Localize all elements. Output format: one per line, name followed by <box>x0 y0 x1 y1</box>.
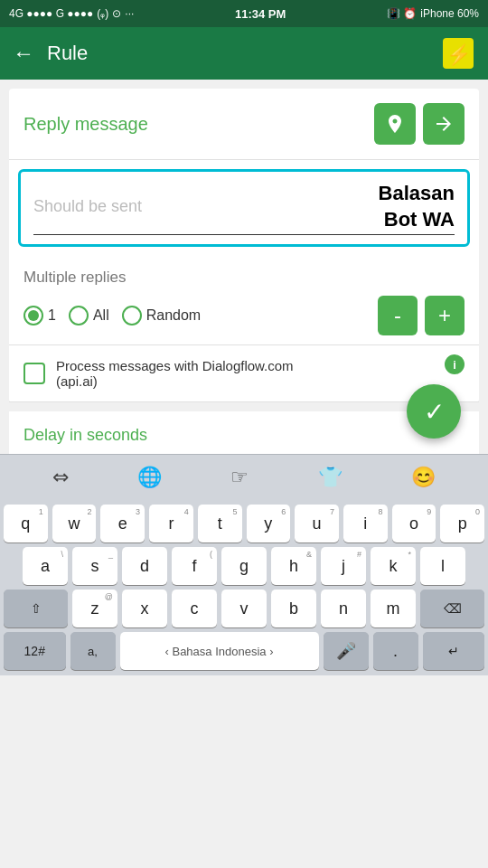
key-s[interactable]: _s <box>72 547 117 585</box>
radio-option-random[interactable]: Random <box>122 306 201 326</box>
key-e[interactable]: 3e <box>100 505 145 542</box>
radio-option-all[interactable]: All <box>69 306 109 326</box>
menu-dots: ··· <box>125 7 134 20</box>
radio-option-1[interactable]: 1 <box>23 306 56 326</box>
key-i[interactable]: 8i <box>343 505 388 542</box>
shift-key[interactable]: ⇧ <box>4 590 68 627</box>
decrement-button[interactable]: - <box>378 296 418 335</box>
key-z[interactable]: @z <box>72 590 117 627</box>
key-q[interactable]: 1q <box>4 505 48 542</box>
keyboard-row-1: 1q 2w 3e 4r 5t 6y 7u 8i 9o 0p <box>4 505 484 542</box>
cursor-icon[interactable]: ⇔ <box>52 466 69 489</box>
key-y[interactable]: 6y <box>247 505 291 542</box>
emoji-icon[interactable]: 😊 <box>411 466 436 489</box>
keyboard-row-bottom: 12# a, ‹ Bahasa Indonesia › 🎤 . ↵ <box>4 632 484 670</box>
multiple-replies-section: Multiple replies 1 All Random - <box>9 256 479 345</box>
radio-outer-1 <box>23 306 43 326</box>
spacebar-key[interactable]: ‹ Bahasa Indonesia › <box>120 632 319 670</box>
reply-message-label: Reply message <box>23 114 148 135</box>
right-icons: 📳 ⏰ <box>387 7 417 20</box>
battery-label: iPhone 60% <box>420 7 479 20</box>
main-card: Reply message Should be sent Balasan Bot… <box>9 89 479 402</box>
radio-outer-random <box>122 306 142 326</box>
radio-inner-1 <box>28 310 39 321</box>
page-title: Rule <box>47 42 428 65</box>
content-wrapper: ✓ Delay in seconds <box>9 411 479 454</box>
key-f[interactable]: (f <box>172 547 217 585</box>
dialogflow-text: Process messages with Dialogflow.com (ap… <box>56 358 465 389</box>
key-w[interactable]: 2w <box>52 505 97 542</box>
delay-label: Delay in seconds <box>23 426 147 444</box>
return-key[interactable]: ↵ <box>423 632 485 670</box>
dialogflow-section: Process messages with Dialogflow.com (ap… <box>9 345 479 402</box>
key-l[interactable]: l <box>420 547 465 585</box>
input-value: Balasan Bot WA <box>379 181 455 232</box>
status-bar: 4G ●●●● G ●●●● (ᵩ) ⊙ ··· 11:34 PM 📳 ⏰ iP… <box>0 0 488 27</box>
radio-label-random: Random <box>146 307 201 324</box>
back-button[interactable]: ← <box>13 41 34 66</box>
network-signal: 4G ●●●● G ●●●● <box>9 7 93 20</box>
comma-key[interactable]: a, <box>70 632 116 670</box>
input-section[interactable]: Should be sent Balasan Bot WA <box>18 169 470 247</box>
svg-text:⚡: ⚡ <box>446 42 472 67</box>
mic-key[interactable]: 🎤 <box>324 632 369 670</box>
keyboard-row-2: \a _s d (f g &h #j *k l <box>4 547 484 585</box>
key-b[interactable]: b <box>271 590 316 627</box>
key-o[interactable]: 9o <box>392 505 436 542</box>
keyboard-toolbar: ⇔ 🌐 ☞ 👕 😊 <box>0 454 488 499</box>
key-x[interactable]: x <box>122 590 167 627</box>
number-switch-key[interactable]: 12# <box>4 632 66 670</box>
key-m[interactable]: m <box>371 590 416 627</box>
key-g[interactable]: g <box>221 547 267 585</box>
location-pin-icon <box>384 113 406 135</box>
key-v[interactable]: v <box>221 590 267 627</box>
reply-message-section: Reply message <box>9 89 479 160</box>
globe-icon[interactable]: 🌐 <box>137 466 162 489</box>
lightning-icon: ⚡ <box>443 38 474 69</box>
fab-confirm-button[interactable]: ✓ <box>407 384 461 439</box>
status-time: 11:34 PM <box>235 7 286 21</box>
location-button[interactable] <box>374 103 416 145</box>
forward-button[interactable] <box>423 103 465 145</box>
settings-button[interactable]: ⚡ <box>441 36 475 71</box>
keyboard-row-3: ⇧ @z x c v b n m ⌫ <box>4 590 484 627</box>
key-p[interactable]: 0p <box>440 505 484 542</box>
key-d[interactable]: d <box>122 547 167 585</box>
key-k[interactable]: *k <box>371 547 416 585</box>
replies-controls: - + <box>378 296 465 335</box>
signal-icon: (ᵩ) <box>97 7 108 20</box>
key-c[interactable]: c <box>172 590 217 627</box>
key-a[interactable]: \a <box>23 547 68 585</box>
key-n[interactable]: n <box>321 590 366 627</box>
dialogflow-checkbox[interactable] <box>23 363 45 384</box>
radio-label-all: All <box>93 307 109 324</box>
multiple-replies-label: Multiple replies <box>23 269 465 287</box>
shirt-icon[interactable]: 👕 <box>318 466 343 489</box>
input-row: Should be sent Balasan Bot WA <box>33 181 455 232</box>
key-j[interactable]: #j <box>321 547 366 585</box>
input-placeholder: Should be sent <box>33 197 379 216</box>
radio-outer-all <box>69 306 89 326</box>
key-r[interactable]: 4r <box>149 505 193 542</box>
keyboard: 1q 2w 3e 4r 5t 6y 7u 8i 9o 0p \a _s d (f… <box>0 499 488 675</box>
nav-bar: ← Rule ⚡ <box>0 27 488 80</box>
key-h[interactable]: &h <box>271 547 316 585</box>
hand-icon[interactable]: ☞ <box>230 466 249 489</box>
status-left: 4G ●●●● G ●●●● (ᵩ) ⊙ ··· <box>9 7 134 20</box>
location-icon: ⊙ <box>112 7 121 20</box>
key-t[interactable]: 5t <box>198 505 242 542</box>
checkmark-icon: ✓ <box>424 397 445 427</box>
key-u[interactable]: 7u <box>295 505 339 542</box>
forward-icon <box>433 113 455 135</box>
input-underline <box>33 234 455 235</box>
replies-options: 1 All Random - + <box>23 296 465 335</box>
radio-label-1: 1 <box>48 307 56 324</box>
reply-icons <box>374 103 465 145</box>
increment-button[interactable]: + <box>425 296 465 335</box>
period-key[interactable]: . <box>373 632 418 670</box>
status-right: 📳 ⏰ iPhone 60% <box>387 7 479 20</box>
backspace-key[interactable]: ⌫ <box>420 590 484 627</box>
